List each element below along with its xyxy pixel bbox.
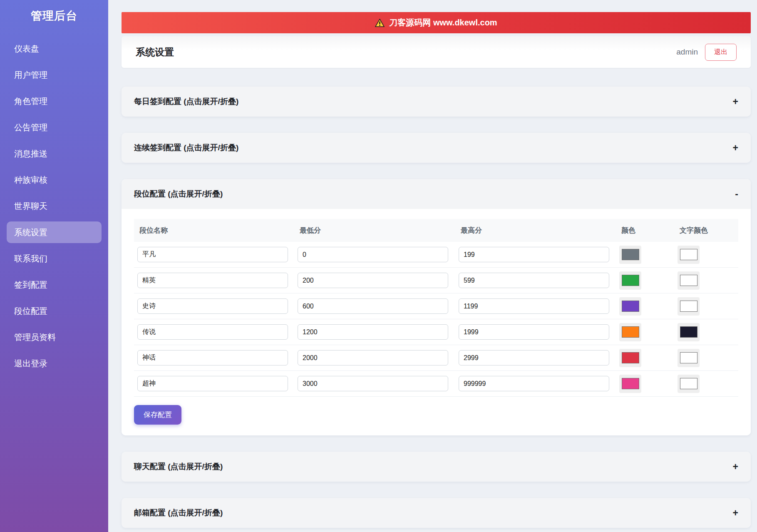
rank-name-input[interactable] — [137, 247, 288, 262]
rank-name-input[interactable] — [137, 273, 288, 288]
expand-icon[interactable]: + — [733, 143, 738, 153]
sidebar-item-label: 世界聊天 — [14, 201, 47, 212]
sidebar-item-label: 退出登录 — [14, 358, 47, 369]
rank-max-score-input[interactable] — [459, 376, 609, 391]
expand-icon[interactable]: + — [733, 97, 738, 107]
admin-app: 管理后台 仪表盘 用户管理 角色管理 公告管理 消息推送 种族审核 世界聊天 系… — [0, 0, 757, 532]
rank-max-score-input[interactable] — [459, 350, 609, 365]
sidebar-item-announce-mgmt[interactable]: 公告管理 — [7, 117, 102, 138]
username: admin — [676, 47, 698, 57]
sidebar-item-role-mgmt[interactable]: 角色管理 — [7, 90, 102, 112]
sidebar-item-race-review[interactable]: 种族审核 — [7, 169, 102, 191]
sidebar-item-admin-profile[interactable]: 管理员资料 — [7, 326, 102, 348]
rank-min-score-input[interactable] — [298, 376, 448, 391]
column-header-max-score: 最高分 — [455, 226, 616, 235]
header-right: admin 退出 — [676, 44, 737, 61]
sidebar-item-message-push[interactable]: 消息推送 — [7, 143, 102, 164]
sidebar-item-world-chat[interactable]: 世界聊天 — [7, 195, 102, 217]
section-streak-signin-header[interactable]: 连续签到配置 (点击展开/折叠) + — [122, 133, 751, 163]
rank-min-score-input[interactable] — [298, 350, 448, 365]
sidebar-item-dashboard[interactable]: 仪表盘 — [7, 38, 102, 60]
text-color-swatch — [680, 275, 697, 286]
sidebar-item-label: 角色管理 — [14, 96, 47, 107]
sidebar-item-logout[interactable]: 退出登录 — [7, 353, 102, 374]
text-color-swatch — [680, 378, 697, 389]
section-title: 连续签到配置 (点击展开/折叠) — [134, 142, 238, 153]
column-header-name: 段位名称 — [134, 226, 294, 235]
section-daily-signin-header[interactable]: 每日签到配置 (点击展开/折叠) + — [122, 87, 751, 117]
rank-min-score-input[interactable] — [298, 298, 448, 314]
rank-max-score-input[interactable] — [459, 298, 609, 314]
rank-color-picker[interactable] — [619, 297, 641, 316]
section-title: 段位配置 (点击展开/折叠) — [134, 189, 223, 199]
sidebar-item-label: 用户管理 — [14, 70, 47, 81]
rank-color-picker[interactable] — [619, 271, 641, 290]
section-daily-signin: 每日签到配置 (点击展开/折叠) + — [122, 87, 751, 117]
section-rank-config-header[interactable]: 段位配置 (点击展开/折叠) - — [122, 179, 751, 209]
rank-text-color-picker[interactable] — [678, 271, 700, 290]
rank-max-score-input[interactable] — [459, 273, 609, 288]
rank-text-color-picker[interactable] — [678, 375, 700, 393]
rank-config-body: 段位名称 最低分 最高分 颜色 文字颜色 — [122, 209, 751, 435]
expand-icon[interactable]: + — [733, 508, 738, 518]
rank-color-picker[interactable] — [619, 375, 641, 393]
rank-name-input[interactable] — [137, 324, 288, 340]
rank-max-score-input[interactable] — [459, 324, 609, 340]
color-swatch — [622, 249, 639, 260]
rank-table-row — [134, 345, 738, 371]
sidebar-item-user-mgmt[interactable]: 用户管理 — [7, 64, 102, 86]
expand-icon[interactable]: + — [733, 462, 738, 472]
sidebar-item-signin-config[interactable]: 签到配置 — [7, 274, 102, 296]
sidebar-item-label: 签到配置 — [14, 279, 47, 291]
sidebar-item-label: 种族审核 — [14, 174, 47, 186]
sidebar-item-contact-us[interactable]: 联系我们 — [7, 248, 102, 269]
app-title: 管理后台 — [0, 9, 108, 22]
rank-table: 段位名称 最低分 最高分 颜色 文字颜色 — [134, 219, 738, 397]
rank-table-row — [134, 371, 738, 397]
section-title: 聊天配置 (点击展开/折叠) — [134, 461, 223, 472]
collapse-icon[interactable]: - — [735, 189, 738, 199]
section-rank-config: 段位配置 (点击展开/折叠) - 段位名称 最低分 最高分 颜色 文字颜色 — [122, 179, 751, 435]
section-streak-signin: 连续签到配置 (点击展开/折叠) + — [122, 133, 751, 163]
rank-table-row — [134, 319, 738, 345]
rank-color-picker[interactable] — [619, 323, 641, 341]
rank-color-picker[interactable] — [619, 349, 641, 367]
save-config-button[interactable]: 保存配置 — [134, 405, 181, 425]
rank-min-score-input[interactable] — [298, 273, 448, 288]
section-chat-config-header[interactable]: 聊天配置 (点击展开/折叠) + — [122, 452, 751, 482]
rank-table-body — [134, 242, 738, 397]
color-swatch — [622, 378, 639, 389]
rank-min-score-input[interactable] — [298, 247, 448, 262]
rank-min-score-input[interactable] — [298, 324, 448, 340]
section-chat-config: 聊天配置 (点击展开/折叠) + — [122, 452, 751, 482]
sidebar-item-rank-config[interactable]: 段位配置 — [7, 300, 102, 322]
section-mail-config: 邮箱配置 (点击展开/折叠) + — [122, 498, 751, 528]
rank-text-color-picker[interactable] — [678, 246, 700, 264]
sidebar-item-label: 消息推送 — [14, 148, 47, 159]
rank-name-input[interactable] — [137, 350, 288, 365]
text-color-swatch — [680, 249, 697, 260]
warning-icon — [375, 19, 385, 27]
rank-color-picker[interactable] — [619, 246, 641, 264]
sidebar-item-label: 联系我们 — [14, 253, 47, 264]
rank-name-input[interactable] — [137, 298, 288, 314]
text-color-swatch — [680, 352, 697, 363]
rank-table-header: 段位名称 最低分 最高分 颜色 文字颜色 — [134, 219, 738, 242]
section-title: 邮箱配置 (点击展开/折叠) — [134, 507, 223, 518]
rank-name-input[interactable] — [137, 376, 288, 391]
rank-text-color-picker[interactable] — [678, 297, 700, 316]
column-header-text-color: 文字颜色 — [674, 226, 738, 235]
rank-table-row — [134, 293, 738, 319]
sidebar-item-label: 段位配置 — [14, 306, 47, 317]
rank-max-score-input[interactable] — [459, 247, 609, 262]
rank-text-color-picker[interactable] — [678, 323, 700, 341]
banner-text: 刀客源码网 www.dkewl.com — [389, 17, 497, 28]
column-header-min-score: 最低分 — [294, 226, 455, 235]
rank-text-color-picker[interactable] — [678, 349, 700, 367]
sidebar-item-system-settings[interactable]: 系统设置 — [7, 221, 102, 243]
page-header: 系统设置 admin 退出 — [122, 36, 751, 68]
rank-table-row — [134, 268, 738, 293]
logout-button[interactable]: 退出 — [705, 44, 737, 61]
section-mail-config-header[interactable]: 邮箱配置 (点击展开/折叠) + — [122, 498, 751, 528]
sidebar-nav: 仪表盘 用户管理 角色管理 公告管理 消息推送 种族审核 世界聊天 系统设置 联… — [0, 38, 108, 374]
